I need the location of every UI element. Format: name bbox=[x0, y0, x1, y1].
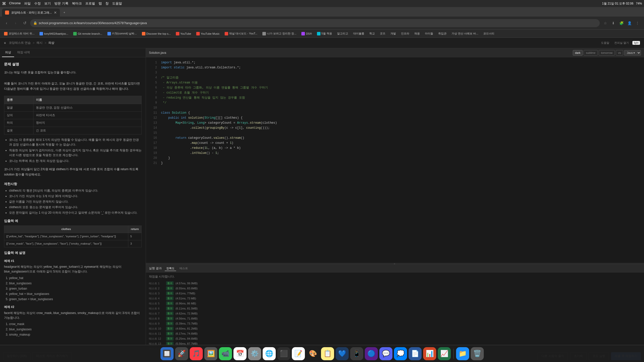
dock-launchpad[interactable]: 🚀 bbox=[175, 347, 188, 360]
dock-facetime[interactable]: 📹 bbox=[219, 347, 232, 360]
menubar-edit[interactable]: 수정 bbox=[34, 1, 41, 6]
results-tabs: 정확도 테스트 bbox=[165, 266, 189, 271]
bookmark-13[interactable]: 대이볼름 bbox=[351, 31, 366, 37]
bookmark-5[interactable]: Discover the top s... bbox=[140, 31, 173, 37]
example-list-item: smoky_makeup bbox=[9, 332, 142, 337]
dock-trash[interactable]: 🗑️ bbox=[471, 347, 484, 360]
forward-button[interactable]: › bbox=[12, 20, 19, 27]
table-header-name: 이름 bbox=[33, 96, 142, 104]
bookmark-20[interactable]: 취입관 bbox=[436, 31, 449, 37]
menubar-help[interactable]: 도움말 bbox=[112, 1, 122, 6]
bookmark-15[interactable]: 굿즈 bbox=[378, 31, 387, 37]
apple-menu[interactable]: ⌘ bbox=[2, 1, 6, 6]
bookmark-youtube-music[interactable]: YouTube Music bbox=[194, 31, 222, 37]
dock-vscode[interactable]: 💙 bbox=[336, 347, 349, 360]
test-result-row: 테스트 2 통과 (6.55ms, 83.6MB) bbox=[149, 286, 641, 291]
results-tab-test[interactable]: 테스트 bbox=[178, 266, 189, 271]
dock-powerpoint[interactable]: 📊 bbox=[423, 347, 436, 360]
example-list-item: blue_sunglasses bbox=[9, 327, 142, 332]
bookmark-3[interactable]: Git remote branch... bbox=[71, 31, 104, 37]
dock-sysprefs[interactable]: ⚙️ bbox=[248, 347, 261, 360]
bookmark-8[interactable]: 채널 대시보드 - YouT... bbox=[223, 31, 259, 37]
code-editor[interactable]: 1 import java.util.*; 2 import static ja… bbox=[146, 57, 644, 263]
code-line-1: 1 import java.util.*; bbox=[146, 60, 644, 65]
bookmark-21[interactable]: 가상 연산 사례보 바... bbox=[450, 31, 480, 37]
dock-notion[interactable]: 📝 bbox=[292, 347, 305, 360]
dock-app1[interactable]: 📱 bbox=[350, 347, 363, 360]
new-tab-button[interactable]: + bbox=[60, 9, 68, 17]
address-bar[interactable]: 🔒 school.programmers.co.kr/learn/courses… bbox=[30, 19, 600, 27]
more-button[interactable]: ⋮ bbox=[634, 20, 641, 27]
bookmark-2[interactable]: tony9402/baekjoo... bbox=[37, 31, 70, 37]
dock-messenger[interactable]: 💭 bbox=[394, 347, 407, 360]
menubar-tab[interactable]: 탭 bbox=[99, 1, 102, 6]
active-tab[interactable]: 코딩테스트 · 파악 | 프로그래... ✕ bbox=[2, 9, 60, 17]
menubar-history[interactable]: 방문 기록 bbox=[54, 1, 68, 6]
theme-dark-button[interactable]: dark bbox=[573, 50, 583, 56]
io-cell-clothes-2: [["crow_mask", "face"], ["blue_sunglasse… bbox=[4, 240, 128, 247]
theme-sublime-button[interactable]: sublime bbox=[584, 50, 598, 56]
download-button[interactable]: ⬇ bbox=[610, 20, 617, 27]
bookmark-11[interactable]: 5월 책용 bbox=[315, 31, 334, 37]
bookmark-9[interactable]: 나가 보려고 정리한 정... bbox=[260, 31, 298, 37]
bookmark-18[interactable]: 채용 bbox=[412, 31, 422, 37]
dock-excel[interactable]: 📈 bbox=[438, 347, 451, 360]
dock-music[interactable]: 🎵 bbox=[190, 347, 203, 360]
breadcrumb-2[interactable]: 해시 bbox=[36, 41, 43, 45]
bookmark-22[interactable]: 코드너리 bbox=[481, 31, 496, 37]
bookmark-12[interactable]: 알고리고 bbox=[335, 31, 350, 37]
table-cell-type-3: 하의 bbox=[4, 119, 33, 127]
problem-title: 문제 설명 bbox=[4, 61, 142, 67]
dock-app3[interactable]: 💬 bbox=[379, 347, 392, 360]
code-line-10: 10 bbox=[146, 106, 644, 111]
results-panel: 실행 결과 정확도 테스트 채점을 시작합니다. 테스트 1 통과 (4.57m… bbox=[146, 264, 644, 350]
bookmark-19[interactable]: 아이들 bbox=[423, 31, 435, 37]
table-row: 겉옷 긴 코트 bbox=[4, 127, 142, 134]
menubar-view[interactable]: 보기 bbox=[44, 1, 51, 6]
bookmark-favicon-11 bbox=[317, 32, 320, 35]
bookmark-14[interactable]: 학교 bbox=[367, 31, 377, 37]
dock-figma[interactable]: 🎨 bbox=[306, 347, 319, 360]
menubar-profile[interactable]: 프로필 bbox=[85, 1, 95, 6]
back-button[interactable]: ‹ bbox=[3, 20, 10, 27]
config-button[interactable]: 컨피실 열기 bbox=[613, 40, 630, 45]
results-tab-accuracy[interactable]: 정확도 bbox=[165, 266, 176, 271]
menubar-chrome[interactable]: Chrome bbox=[9, 1, 21, 6]
language-select[interactable]: Java ▾ bbox=[624, 50, 641, 56]
breadcrumb-3[interactable]: 의상 bbox=[48, 41, 54, 45]
menubar-file[interactable]: 파일 bbox=[24, 1, 31, 6]
dock-finder[interactable]: 🔲 bbox=[160, 347, 174, 360]
reload-button[interactable]: ↺ bbox=[21, 20, 28, 27]
bookmark-label-12: 알고리고 bbox=[337, 32, 348, 35]
bookmark-4[interactable]: 키첫(commit) 날짜... bbox=[105, 31, 139, 37]
bookmark-youtube[interactable]: YouTube bbox=[174, 31, 193, 37]
dock-notes[interactable]: 📋 bbox=[321, 347, 334, 360]
problem-tab-history[interactable]: 채점 내역 bbox=[14, 48, 33, 57]
dock-files[interactable]: 📁 bbox=[456, 347, 469, 360]
menubar-window[interactable]: 창 bbox=[105, 1, 109, 6]
site-header-right: 도움말 컨피실 열기 light bbox=[599, 40, 640, 45]
dock-app2[interactable]: 🔵 bbox=[365, 347, 378, 360]
tab-close-button[interactable]: ✕ bbox=[54, 11, 57, 15]
help-button[interactable]: 도움말 bbox=[599, 40, 611, 45]
breadcrumb-1[interactable]: 코딩테스트 연습 bbox=[9, 41, 31, 45]
bookmark-1[interactable]: 코딩테스트 대비 위... bbox=[2, 31, 36, 37]
theme-vs-button[interactable]: vs bbox=[616, 50, 623, 56]
theme-tomorrow-button[interactable]: tomorrow bbox=[599, 50, 615, 56]
bookmark-favicon-2 bbox=[39, 32, 43, 35]
star-button[interactable]: ☆ bbox=[602, 20, 609, 27]
profile-button[interactable]: 👤 bbox=[626, 20, 633, 27]
problem-tab-main[interactable]: 의상 bbox=[2, 48, 14, 57]
dock-photos[interactable]: 🖼️ bbox=[204, 347, 217, 360]
dock-chrome[interactable]: 🌐 bbox=[263, 347, 276, 360]
bookmark-10[interactable]: DS® bbox=[299, 31, 314, 37]
bookmark-17[interactable]: 인프라 bbox=[399, 31, 411, 37]
dock-terminal[interactable]: ⬛ bbox=[277, 347, 290, 360]
bookmark-label-2: tony9402/baekjoo... bbox=[44, 32, 68, 35]
menubar-bookmarks[interactable]: 북마크 bbox=[72, 1, 82, 6]
dock-calendar[interactable]: 📅 bbox=[233, 347, 247, 360]
extensions-button[interactable]: 🧩 bbox=[618, 20, 625, 27]
dock-word[interactable]: 📄 bbox=[409, 347, 422, 360]
site-menu-icon[interactable]: ≡ bbox=[4, 41, 6, 45]
bookmark-16[interactable]: 개발 bbox=[388, 31, 398, 37]
